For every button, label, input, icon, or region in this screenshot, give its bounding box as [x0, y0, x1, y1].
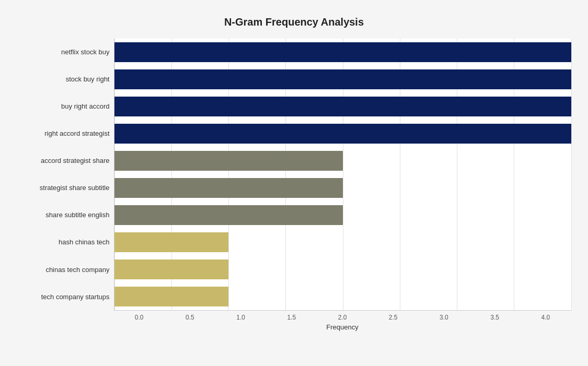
bars-area — [114, 39, 571, 311]
y-label: hash chinas tech — [17, 229, 110, 256]
y-labels: netflix stock buystock buy rightbuy righ… — [17, 39, 114, 311]
bar — [114, 287, 229, 306]
y-label: right accord strategist — [17, 120, 110, 147]
bar — [114, 259, 229, 279]
x-axis: 0.00.51.01.52.02.53.03.54.0 — [114, 314, 571, 321]
plot-area: netflix stock buystock buy rightbuy righ… — [17, 39, 571, 311]
bar — [114, 151, 343, 171]
bar-row — [114, 229, 571, 256]
bar — [114, 124, 571, 144]
grid-line — [571, 39, 572, 310]
bar — [114, 232, 229, 252]
x-tick: 3.0 — [419, 314, 469, 321]
bar — [114, 69, 571, 89]
y-label: strategist share subtitle — [17, 174, 110, 202]
x-tick: 3.5 — [469, 314, 520, 321]
bar-row — [114, 66, 571, 93]
bar-row — [114, 283, 571, 310]
bar-row — [114, 256, 571, 283]
bar — [114, 97, 571, 116]
y-label: buy right accord — [17, 93, 110, 120]
x-axis-label: Frequency — [114, 323, 571, 331]
x-tick: 0.0 — [114, 314, 165, 321]
bar-row — [114, 147, 571, 174]
bar-row — [114, 174, 571, 202]
chart-area: netflix stock buystock buy rightbuy righ… — [17, 39, 571, 331]
bar-row — [114, 39, 571, 66]
y-label: tech company startups — [17, 283, 110, 310]
bar-row — [114, 93, 571, 120]
y-label: chinas tech company — [17, 256, 110, 283]
bar-row — [114, 202, 571, 229]
y-label: share subtitle english — [17, 202, 110, 229]
bar-row — [114, 120, 571, 147]
x-tick: 1.0 — [215, 314, 266, 321]
y-label: netflix stock buy — [17, 39, 110, 66]
y-label: stock buy right — [17, 66, 110, 93]
y-label: accord strategist share — [17, 147, 110, 174]
chart-container: N-Gram Frequency Analysis netflix stock … — [7, 6, 582, 361]
x-tick: 1.5 — [266, 314, 317, 321]
x-tick: 2.0 — [317, 314, 367, 321]
bar — [114, 205, 343, 225]
bar — [114, 42, 571, 62]
bar — [114, 178, 343, 198]
x-tick: 4.0 — [520, 314, 571, 321]
x-tick: 2.5 — [368, 314, 419, 321]
x-tick: 0.5 — [165, 314, 215, 321]
chart-title: N-Gram Frequency Analysis — [17, 16, 571, 28]
